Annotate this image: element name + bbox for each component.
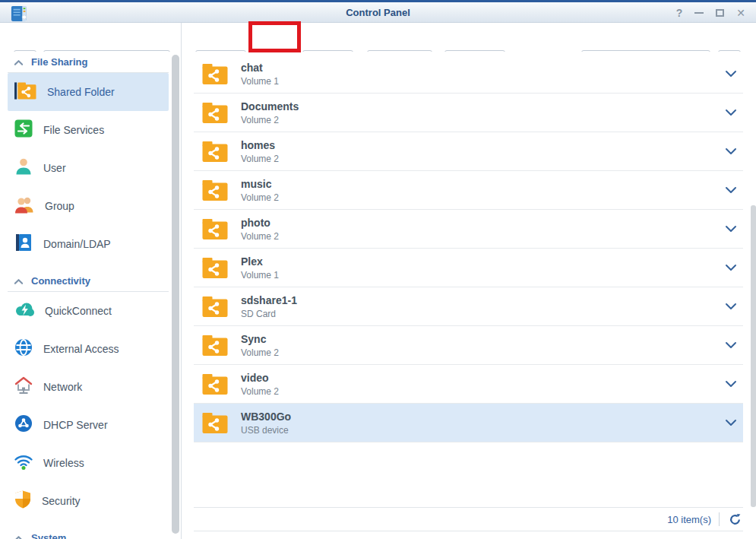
folder-name: chat xyxy=(241,62,279,74)
maximize-icon[interactable] xyxy=(716,9,724,17)
shared-folder-icon xyxy=(201,334,229,357)
shared-folder-row[interactable]: photo Volume 2 xyxy=(194,210,743,249)
chevron-down-icon[interactable] xyxy=(725,147,737,155)
shared-folder-icon xyxy=(201,295,229,319)
folder-text: Plex Volume 1 xyxy=(241,255,279,281)
network-icon xyxy=(14,376,33,398)
folder-text: photo Volume 2 xyxy=(241,217,279,242)
file-services-icon xyxy=(14,119,33,141)
folder-location: Volume 2 xyxy=(241,386,279,397)
folder-name: music xyxy=(241,178,279,190)
sidebar-item-wireless[interactable]: Wireless xyxy=(8,444,169,482)
folder-name: photo xyxy=(241,217,279,229)
folder-name: homes xyxy=(241,139,279,151)
folder-name: Plex xyxy=(241,255,279,268)
folder-text: homes Volume 2 xyxy=(241,139,279,164)
item-count: 10 item(s) xyxy=(667,514,711,525)
sidebar-section-file-sharing[interactable]: File Sharing xyxy=(0,52,181,72)
sidebar-item-label: QuickConnect xyxy=(45,305,112,317)
section-label: File Sharing xyxy=(31,56,87,68)
refresh-button[interactable] xyxy=(727,512,743,528)
shared-folder-row[interactable]: video Volume 2 xyxy=(194,365,743,404)
sidebar-item-label: Shared Folder xyxy=(47,86,115,98)
shared-folder-row[interactable]: WB300Go USB device xyxy=(194,404,743,442)
chevron-down-icon[interactable] xyxy=(725,303,737,310)
chevron-down-icon[interactable] xyxy=(725,380,737,388)
titlebar: Control Panel ? ✕ xyxy=(0,0,756,23)
main-scrollbar[interactable] xyxy=(751,205,756,507)
folder-name: WB300Go xyxy=(241,411,291,423)
shared-folder-row[interactable]: homes Volume 2 xyxy=(194,132,743,171)
folder-text: WB300Go USB device xyxy=(241,411,291,436)
folder-name: Sync xyxy=(241,333,279,345)
folder-location: SD Card xyxy=(241,309,297,319)
sidebar-item-file-services[interactable]: File Services xyxy=(8,111,169,149)
close-icon[interactable]: ✕ xyxy=(736,8,745,18)
folder-text: video Volume 2 xyxy=(241,372,279,397)
shared-folder-panel: chat Volume 1 Documents Volume 2 xyxy=(182,52,756,539)
shared-folder-icon xyxy=(201,373,229,396)
divider xyxy=(719,512,720,526)
sidebar-item-security[interactable]: Security xyxy=(8,482,169,520)
minimize-icon[interactable] xyxy=(694,12,704,14)
chevron-down-icon[interactable] xyxy=(725,186,737,194)
help-icon[interactable]: ? xyxy=(676,8,683,18)
sidebar-section-connectivity[interactable]: Connectivity xyxy=(0,271,181,291)
divider xyxy=(181,23,182,539)
folder-name: video xyxy=(241,372,279,384)
folder-location: Volume 1 xyxy=(241,270,279,281)
sidebar-item-group[interactable]: Group xyxy=(8,187,169,225)
sidebar-section-system[interactable]: System xyxy=(0,528,181,539)
folder-text: music Volume 2 xyxy=(241,178,279,203)
folder-location: Volume 2 xyxy=(241,347,279,358)
control-panel-window: Control Panel ? ✕ xyxy=(0,0,756,539)
chevron-down-icon[interactable] xyxy=(725,341,737,349)
folder-location: USB device xyxy=(241,425,291,436)
shared-folder-icon xyxy=(201,256,229,280)
shared-folder-icon xyxy=(201,411,229,435)
sidebar-item-label: File Services xyxy=(43,124,104,136)
chevron-down-icon[interactable] xyxy=(725,419,737,426)
shared-folder-icon xyxy=(201,101,229,125)
sidebar-item-label: User xyxy=(43,162,66,174)
refresh-icon xyxy=(729,513,742,526)
security-shield-icon xyxy=(14,490,32,512)
section-label: System xyxy=(31,532,66,539)
chevron-down-icon[interactable] xyxy=(725,264,737,271)
sidebar-item-dhcp-server[interactable]: DHCP Server xyxy=(8,406,169,444)
user-icon xyxy=(14,157,33,179)
folder-text: sdshare1-1 SD Card xyxy=(241,294,297,319)
folder-location: Volume 2 xyxy=(241,154,279,164)
sidebar-item-label: Security xyxy=(42,495,81,507)
shared-folder-row[interactable]: music Volume 2 xyxy=(194,171,743,210)
chevron-up-icon xyxy=(14,55,24,69)
chevron-down-icon[interactable] xyxy=(725,70,737,78)
section-label: Connectivity xyxy=(31,275,90,287)
shared-folder-icon xyxy=(201,217,229,241)
sidebar-item-shared-folder[interactable]: Shared Folder xyxy=(8,73,169,111)
sidebar-item-label: Network xyxy=(43,381,82,393)
shared-folder-icon xyxy=(201,62,229,86)
folder-name: sdshare1-1 xyxy=(241,294,297,306)
folder-location: Volume 2 xyxy=(241,192,279,203)
shared-folder-icon xyxy=(14,81,37,104)
shared-folder-row[interactable]: sdshare1-1 SD Card xyxy=(194,287,743,326)
folder-name: Documents xyxy=(241,100,299,113)
chevron-down-icon[interactable] xyxy=(725,109,737,116)
sidebar-item-external-access[interactable]: External Access xyxy=(8,330,169,368)
folder-text: chat Volume 1 xyxy=(241,62,279,87)
folder-location: Volume 2 xyxy=(241,115,299,125)
group-icon xyxy=(14,195,35,217)
sidebar-scrollbar[interactable] xyxy=(172,55,179,534)
folder-text: Sync Volume 2 xyxy=(241,333,279,358)
sidebar-item-user[interactable]: User xyxy=(8,149,169,187)
sidebar-item-network[interactable]: Network xyxy=(8,368,169,406)
sidebar-item-label: DHCP Server xyxy=(43,419,108,431)
sidebar-item-quickconnect[interactable]: QuickConnect xyxy=(8,292,169,330)
shared-folder-row[interactable]: chat Volume 1 xyxy=(194,55,743,94)
shared-folder-row[interactable]: Documents Volume 2 xyxy=(194,94,743,132)
sidebar-item-domain-ldap[interactable]: Domain/LDAP xyxy=(8,225,169,263)
chevron-down-icon[interactable] xyxy=(725,225,737,233)
shared-folder-row[interactable]: Plex Volume 1 xyxy=(194,249,743,287)
shared-folder-row[interactable]: Sync Volume 2 xyxy=(194,326,743,365)
